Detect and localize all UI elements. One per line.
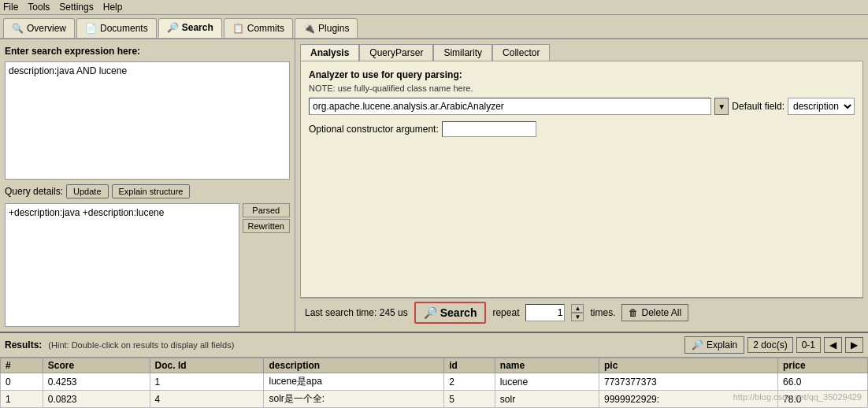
results-actions: 🔎 Explain 2 doc(s) 0-1 ◀ ▶	[684, 336, 863, 354]
delete-all-button[interactable]: 🗑 Delete All	[621, 304, 688, 321]
results-label: Results:	[5, 339, 42, 351]
cell-doc_id: 1	[150, 373, 264, 391]
repeat-label: repeat	[492, 307, 519, 318]
default-field-label: Default field:	[732, 101, 785, 112]
search-btn-icon: 🔎	[424, 306, 437, 319]
tab-search[interactable]: 🔎 Search	[158, 18, 222, 38]
repeat-input[interactable]	[525, 304, 565, 321]
cell-num: 1	[1, 391, 43, 408]
cell-doc_id: 4	[150, 391, 264, 408]
inner-tab-collector[interactable]: Collector	[492, 44, 550, 61]
cell-id: 5	[444, 391, 495, 408]
tab-plugins[interactable]: 🔌 Plugins	[295, 18, 358, 38]
search-action-bar: Last search time: 245 us 🔎 Search repeat…	[300, 298, 863, 327]
cell-score: 0.4253	[43, 373, 150, 391]
parsed-query-display: +description:java +description:lucene	[5, 203, 239, 327]
col-pic: pic	[599, 358, 778, 373]
search-btn-label: Search	[440, 306, 477, 319]
rewritten-tag: Rewritten	[243, 219, 290, 233]
overview-icon: 🔍	[12, 23, 24, 34]
cell-score: 0.0823	[43, 391, 150, 408]
search-icon: 🔎	[167, 22, 179, 33]
commits-icon: 📋	[232, 23, 244, 34]
spin-down[interactable]: ▼	[571, 313, 584, 321]
col-id: id	[444, 358, 495, 373]
menu-file[interactable]: File	[3, 2, 18, 13]
documents-icon: 📄	[85, 23, 97, 34]
analyzer-section: Analyzer to use for query parsing: NOTE:…	[309, 69, 855, 137]
default-field-select[interactable]: description	[788, 98, 855, 115]
col-num: #	[1, 358, 43, 373]
plugins-icon: 🔌	[303, 23, 315, 34]
update-button[interactable]: Update	[66, 184, 108, 198]
times-label: times.	[590, 307, 615, 318]
col-name: name	[495, 358, 599, 373]
analyzer-input[interactable]	[309, 98, 711, 115]
left-panel: Enter search expression here: descriptio…	[0, 39, 295, 332]
prev-page-button[interactable]: ◀	[824, 337, 842, 353]
main-tabbar: 🔍 Overview 📄 Documents 🔎 Search 📋 Commit…	[0, 15, 868, 39]
cell-id: 2	[444, 373, 495, 391]
explain-btn-label: Explain	[707, 339, 737, 351]
col-price: price	[778, 358, 868, 373]
menu-settings[interactable]: Settings	[59, 2, 93, 13]
tab-documents[interactable]: 📄 Documents	[76, 18, 157, 38]
spin-up[interactable]: ▲	[571, 304, 584, 313]
page-range: 0-1	[796, 337, 821, 353]
parsed-labels: Parsed Rewritten	[243, 203, 290, 327]
query-details-bar: Query details: Update Explain structure	[5, 183, 290, 200]
explain-icon: 🔎	[692, 339, 703, 351]
tab-overview[interactable]: 🔍 Overview	[3, 18, 75, 38]
analyzer-dropdown-btn[interactable]: ▼	[714, 98, 729, 115]
parsed-tag: Parsed	[243, 203, 290, 217]
table-row[interactable]: 00.42531lucene是apa2lucene773737737366.0	[1, 373, 868, 391]
delete-icon: 🗑	[629, 307, 638, 318]
cell-price: 66.0	[778, 373, 868, 391]
cell-name: solr	[495, 391, 599, 408]
cell-num: 0	[1, 373, 43, 391]
menubar: File Tools Settings Help	[0, 0, 868, 15]
cell-pic: 7737377373	[599, 373, 778, 391]
col-docid: Doc. Id	[150, 358, 264, 373]
inner-tab-queryparser[interactable]: QueryParser	[359, 44, 433, 61]
cell-description: solr是一个全:	[264, 391, 444, 408]
main-content: Enter search expression here: descriptio…	[0, 39, 868, 332]
next-page-button[interactable]: ▶	[845, 337, 863, 353]
constructor-row: Optional constructor argument:	[309, 121, 855, 137]
analyzer-note: NOTE: use fully-qualified class name her…	[309, 83, 855, 93]
analyzer-row: ▼ Default field: description	[309, 98, 855, 115]
analysis-tab-content: Analyzer to use for query parsing: NOTE:…	[300, 61, 863, 298]
search-expression-input[interactable]: description:java AND lucene	[5, 61, 290, 180]
repeat-spinner: ▲ ▼	[571, 304, 584, 321]
results-hint: (Hint: Double-click on results to displa…	[48, 340, 234, 350]
menu-help[interactable]: Help	[103, 2, 123, 13]
constructor-input[interactable]	[442, 121, 536, 137]
results-header: Results: (Hint: Double-click on results …	[0, 333, 868, 358]
inner-tab-similarity[interactable]: Similarity	[433, 44, 492, 61]
col-description: description	[264, 358, 444, 373]
constructor-label: Optional constructor argument:	[309, 124, 439, 135]
tab-commits[interactable]: 📋 Commits	[224, 18, 293, 38]
inner-tabbar: Analysis QueryParser Similarity Collecto…	[300, 44, 863, 61]
right-panel: Analysis QueryParser Similarity Collecto…	[295, 39, 868, 332]
col-score: Score	[43, 358, 150, 373]
doc-count: 2 doc(s)	[747, 337, 792, 353]
explain-structure-button[interactable]: Explain structure	[112, 184, 191, 198]
watermark: http://blog.csdn.net/qq_35029429	[733, 392, 862, 402]
inner-tab-analysis[interactable]: Analysis	[300, 44, 359, 61]
analyzer-section-title: Analyzer to use for query parsing:	[309, 69, 855, 80]
cell-name: lucene	[495, 373, 599, 391]
last-search-time: Last search time: 245 us	[305, 307, 408, 318]
menu-tools[interactable]: Tools	[28, 2, 50, 13]
app-window: File Tools Settings Help 🔍 Overview 📄 Do…	[0, 0, 868, 408]
search-button[interactable]: 🔎 Search	[414, 302, 487, 324]
search-expression-label: Enter search expression here:	[5, 44, 290, 58]
results-header-row: # Score Doc. Id description id name pic …	[1, 358, 868, 373]
delete-btn-label: Delete All	[641, 307, 681, 318]
query-result-area: +description:java +description:lucene Pa…	[5, 203, 290, 327]
explain-button[interactable]: 🔎 Explain	[684, 336, 744, 354]
cell-description: lucene是apa	[264, 373, 444, 391]
query-details-label: Query details:	[5, 186, 63, 197]
